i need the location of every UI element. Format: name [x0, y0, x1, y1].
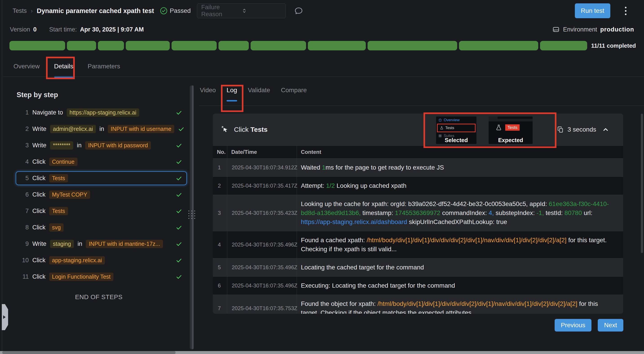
log-step-title: Click Tests [234, 126, 268, 133]
log-text: Found a cached xpath: [301, 237, 367, 244]
version-label: Version [10, 26, 30, 33]
progress-segment[interactable] [126, 41, 170, 50]
log-value-token: -1, [536, 209, 544, 216]
more-options-kebab-icon[interactable] [619, 4, 632, 18]
step-row-4[interactable]: 4ClickContinue [16, 155, 187, 169]
log-row-content: Looking up the cache for xpath: orgId: b… [297, 195, 623, 231]
environment-icon [552, 26, 560, 33]
top-bar: Tests › Dynamic parameter cached xpath t… [0, 0, 644, 22]
log-row-5: 52025-04-30T16:07:35.496ZLocating the ca… [213, 258, 623, 276]
log-row-timestamp: 2025-04-30T16:07:34.912Z [227, 158, 297, 176]
log-text: Found the object for xpath: [301, 300, 378, 307]
progress-segment[interactable] [459, 41, 538, 50]
progress-segment[interactable] [98, 41, 124, 50]
step-target-chip: Tests [49, 174, 68, 183]
drawer-expand-tab[interactable] [2, 304, 8, 330]
step-value-chip: staging [50, 240, 74, 248]
horizontal-scrollbar-thumb[interactable] [2, 351, 176, 354]
tab-video[interactable]: Video [200, 87, 216, 95]
step-success-check-icon [176, 208, 182, 215]
log-row-timestamp: 2025-04-30T16:07:35.496Z [227, 277, 297, 295]
progress-segment[interactable] [308, 41, 366, 50]
previous-button[interactable]: Previous [555, 319, 592, 331]
progress-segment[interactable] [218, 41, 249, 50]
progress-segment[interactable] [250, 41, 306, 50]
tab-validate[interactable]: Validate [248, 87, 270, 95]
log-value-token: /html/body/div[1]/div[1]/div/div/div[2]/… [378, 300, 577, 307]
tab-compare[interactable]: Compare [281, 87, 307, 95]
log-row-number: 2 [213, 177, 227, 195]
step-row-6[interactable]: 6ClickMyTest COPY [16, 188, 187, 202]
log-text: Executing: Locating the cached target fo… [301, 282, 455, 289]
step-action: Click [32, 208, 46, 215]
log-text: skipUrlInCachedXPathLookup: true [407, 218, 507, 225]
step-row-7[interactable]: 7ClickTests [16, 204, 187, 218]
start-time-value: Apr 30, 2025 | 9:07 AM [80, 26, 144, 33]
failure-reason-select[interactable]: Failure Reason [197, 3, 286, 18]
step-success-check-icon [176, 273, 182, 280]
log-text: Looking up the cache for xpath: orgId: b… [301, 200, 549, 207]
log-text: timestamp: [360, 209, 395, 216]
step-row-1[interactable]: 1Navigate tohttps://app-staging.relicx.a… [16, 106, 187, 119]
step-target-chip: INPUT with id username [108, 125, 174, 133]
detail-panel-scrollbar[interactable] [641, 114, 643, 253]
step-row-11[interactable]: 11ClickLogin Functionality Test [16, 270, 187, 284]
progress-segment[interactable] [67, 41, 96, 50]
step-success-check-icon [176, 257, 182, 264]
tab-overview[interactable]: Overview [14, 63, 40, 71]
step-value-chip: ******** [50, 141, 74, 149]
log-value-token: 80780 [564, 209, 582, 216]
panel-resize-handle-icon[interactable] [188, 211, 196, 219]
comment-bubble-icon[interactable] [294, 6, 303, 16]
selected-thumbnail[interactable]: Overview Tests Suites Selected [436, 116, 476, 144]
log-row-timestamp: 2025-04-30T16:07:35.496Z [227, 258, 297, 276]
collapse-chevron-icon[interactable] [602, 126, 609, 133]
step-action: Click [32, 191, 46, 198]
horizontal-scrollbar[interactable] [0, 351, 644, 354]
log-card-header: Click Tests 3 seconds Overview Tests [213, 114, 623, 146]
tab-details[interactable]: Details [54, 63, 74, 71]
progress-segment[interactable] [172, 41, 217, 50]
breadcrumb-separator: › [31, 8, 33, 14]
step-row-3[interactable]: 3Write********inINPUT with id password [16, 138, 187, 152]
steps-list: 1Navigate tohttps://app-staging.relicx.a… [9, 106, 187, 284]
mini-menu-tests: Tests [437, 124, 476, 132]
run-test-button[interactable]: Run test [575, 3, 610, 18]
next-button[interactable]: Next [598, 319, 623, 331]
progress-segment[interactable] [10, 41, 65, 50]
tab-log[interactable]: Log [226, 87, 237, 95]
progress-segment[interactable] [540, 41, 587, 50]
breadcrumb-tests[interactable]: Tests [12, 8, 27, 14]
log-value-token: https://app-staging.relicx.ai/dashboard [301, 218, 407, 225]
end-of-steps-label: END OF STEPS [9, 293, 188, 301]
tab-parameters[interactable]: Parameters [88, 63, 120, 71]
step-target-chip: svg [49, 223, 64, 232]
status-label: Passed [170, 7, 191, 14]
copy-icon[interactable] [557, 126, 564, 133]
log-table: No.Date/TimeContent12025-04-30T16:07:34.… [213, 146, 623, 314]
thumbnails-zone: Overview Tests Suites Selected Tests [436, 116, 542, 145]
step-number: 6 [20, 191, 29, 198]
progress-segment[interactable] [368, 41, 457, 50]
tab-label: Compare [281, 87, 307, 94]
steps-panel-title: Step by step [16, 91, 188, 99]
step-row-9[interactable]: 9WritestaginginINPUT with id mantine-17z… [16, 237, 187, 251]
step-number: 1 [20, 109, 29, 116]
step-row-8[interactable]: 8Clicksvg [16, 221, 187, 234]
step-connector: in [100, 125, 104, 132]
step-row-5[interactable]: 5ClickTests [16, 171, 187, 185]
progress-bar [10, 41, 587, 50]
step-target-chip: app-staging.relicx.ai [49, 256, 105, 264]
progress-row: 11/11 completed [10, 41, 636, 50]
step-row-2[interactable]: 2Writeadmin@relicx.aiinINPUT with id use… [16, 122, 187, 136]
step-success-check-icon [176, 175, 182, 182]
log-row-content: Locating the cached target for the comma… [297, 258, 623, 276]
step-target-chip: MyTest COPY [49, 191, 90, 199]
expected-thumbnail[interactable]: Tests Expected [488, 116, 532, 144]
tab-label: Video [200, 87, 216, 94]
step-row-10[interactable]: 10Clickapp-staging.relicx.ai [16, 253, 187, 267]
step-action: Click [32, 273, 46, 280]
log-column-header: Date/Time [227, 146, 297, 158]
log-row-3: 32025-04-30T16:07:35.423ZLooking up the … [213, 195, 623, 231]
log-text: ms for the page to get ready to execute … [325, 164, 444, 171]
